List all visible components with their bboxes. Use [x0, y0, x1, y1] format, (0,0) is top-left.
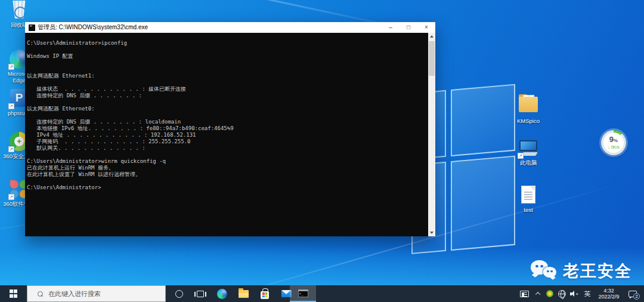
desktop: 回收站 ↗ Microsoft Edge P ↗ phpstudy + ↗ 36… [0, 0, 644, 302]
watermark-text: 老王安全 [563, 260, 632, 282]
edge-icon [217, 289, 227, 299]
document-icon [521, 186, 535, 204]
search-icon [38, 291, 43, 297]
icon-label: test [510, 207, 546, 213]
store-icon [261, 291, 269, 299]
scroll-down-icon[interactable] [430, 232, 434, 234]
console-line [27, 60, 426, 66]
memory-percent: 9 [609, 135, 614, 144]
desktop-icon-this-pc[interactable]: ↗ 此电脑 [510, 138, 546, 166]
shortcut-arrow-icon: ↗ [8, 146, 14, 152]
windows-logo-icon [10, 289, 18, 298]
cmd-icon: >_ [298, 289, 308, 297]
console-line: 以太网适配器 Ethernet1: [27, 73, 426, 79]
tray-clock[interactable]: 4:32 2022/2/9 [594, 285, 624, 302]
notification-icon: 2 [628, 291, 637, 297]
tray-time: 4:32 [603, 288, 614, 294]
shortcut-arrow-icon: ↗ [8, 103, 14, 109]
ime-indicator[interactable]: 英 [581, 285, 594, 302]
down-arrow-icon: ↓ [608, 145, 610, 149]
wechat-icon [531, 259, 559, 283]
console-line [27, 66, 426, 73]
shortcut-arrow-icon: ↗ [8, 64, 14, 70]
console-line: IPv4 地址 . . . . . . . . . . . . : 192.16… [27, 132, 426, 138]
store-button[interactable] [254, 285, 275, 302]
360-tray-button[interactable] [544, 285, 556, 302]
360-float-ball[interactable]: 9% ↓ 0K/s [601, 130, 626, 155]
cmd-titlebar[interactable]: 管理员: C:\WINDOWS\system32\cmd.exe – □ × [25, 22, 435, 33]
icon-label: 此电脑 [510, 159, 546, 166]
console-line: C:\Users\Administrator> [27, 184, 426, 191]
taskbar-cmd-button-active[interactable]: >_ [290, 285, 316, 302]
taskbar-search[interactable] [27, 285, 166, 302]
watermark: 老王安全 [531, 259, 632, 283]
shortcut-arrow-icon: ↗ [8, 194, 14, 200]
console-line [27, 47, 426, 53]
console-line: 连接特定的 DNS 后缀 . . . . . . . : [27, 93, 426, 99]
console-line: Windows IP 配置 [27, 53, 426, 60]
volume-tray-button[interactable]: × [568, 285, 581, 302]
desktop-icon-test[interactable]: test [510, 186, 546, 213]
minimize-button[interactable]: – [382, 22, 400, 33]
float-ball-content: 9% ↓ 0K/s [603, 132, 624, 153]
taskbar-edge-button[interactable] [211, 285, 233, 302]
console-line: 已在此计算机上运行 WinRM 服务。 [27, 165, 426, 171]
360-tray-icon [546, 290, 553, 297]
folder-icon [239, 290, 249, 298]
console-line: 媒体状态 . . . . . . . . . . . . : 媒体已断开连接 [27, 86, 426, 93]
start-button[interactable] [0, 285, 27, 302]
cmd-app-icon [29, 24, 35, 31]
console-line: 本地链接 IPv6 地址. . . . . . . . : fe80::94a7… [27, 125, 426, 132]
console-line: C:\Users\Administrator>ipconfig [27, 40, 426, 47]
news-tray-button[interactable] [516, 285, 532, 302]
console-line: 默认网关. . . . . . . . . . . . . : [27, 145, 426, 152]
search-input[interactable] [48, 290, 150, 297]
console-line [27, 79, 426, 86]
console-output[interactable]: C:\Users\Administrator>ipconfig Windows … [25, 33, 428, 236]
task-view-icon [197, 291, 204, 297]
tray-date: 2022/2/9 [598, 294, 619, 300]
console-line [27, 112, 426, 119]
percent-sign: % [614, 138, 618, 143]
console-line [27, 152, 426, 158]
console-line: 在此计算机上设置了 WinRM 以进行远程管理。 [27, 171, 426, 178]
system-tray: × 英 4:32 2022/2/9 2 [516, 285, 642, 302]
logo-pane [451, 84, 515, 156]
show-hidden-icons-button[interactable] [532, 285, 544, 302]
console-line [27, 178, 426, 184]
network-tray-button[interactable] [556, 285, 568, 302]
news-icon [520, 291, 529, 297]
console-line: 连接特定的 DNS 后缀 . . . . . . . : localdomain [27, 119, 426, 125]
speaker-muted-icon: × [570, 291, 578, 297]
console-line: 子网掩码 . . . . . . . . . . . . : 255.255.2… [27, 138, 426, 145]
scrollbar[interactable] [428, 33, 435, 236]
icon-label: KMSpico [510, 118, 546, 124]
cortana-button[interactable] [168, 285, 190, 302]
globe-network-icon [558, 290, 566, 298]
scrollbar-thumb[interactable] [429, 41, 435, 76]
file-explorer-button[interactable] [233, 285, 254, 302]
action-center-button[interactable]: 2 [624, 285, 642, 302]
console-line [27, 99, 426, 106]
chevron-up-icon [535, 292, 540, 297]
folder-icon [519, 97, 538, 112]
console-line: C:\Users\Administrator>winrm quickconfig… [27, 158, 426, 165]
logo-pane [451, 156, 515, 251]
desktop-icon-kmspico[interactable]: KMSpico [510, 94, 546, 124]
scroll-up-icon[interactable] [430, 35, 434, 38]
window-title: 管理员: C:\WINDOWS\system32\cmd.exe [38, 23, 382, 32]
maximize-button[interactable]: □ [400, 22, 417, 33]
close-button[interactable]: × [417, 22, 435, 33]
cortana-icon [175, 290, 183, 298]
notification-badge: 2 [633, 293, 640, 300]
net-speed: 0K/s [611, 145, 620, 149]
console-line: 以太网适配器 Ethernet0: [27, 106, 426, 112]
shortcut-arrow-icon: ↗ [518, 153, 524, 159]
recycle-bin-icon [12, 1, 26, 19]
task-view-button[interactable] [190, 285, 211, 302]
taskbar: >_ × 英 4:32 2022/2/9 2 [0, 285, 644, 302]
cmd-window: 管理员: C:\WINDOWS\system32\cmd.exe – □ × C… [25, 22, 435, 236]
